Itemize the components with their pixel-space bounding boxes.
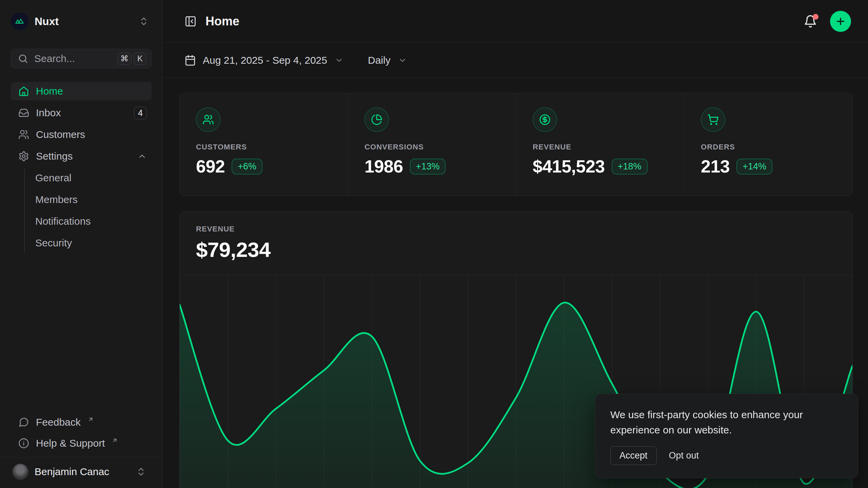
sidebar-item-security[interactable]: Security bbox=[35, 234, 152, 252]
sidebar-item-members[interactable]: Members bbox=[35, 190, 152, 209]
pie-chart-icon bbox=[371, 114, 382, 125]
home-icon bbox=[18, 86, 29, 97]
users-icon bbox=[18, 129, 29, 140]
chevron-down-icon bbox=[335, 56, 343, 65]
workspace-name: Nuxt bbox=[35, 15, 59, 28]
kbd-cmd: ⌘ bbox=[117, 53, 132, 65]
divider bbox=[0, 457, 162, 458]
sidebar-item-settings[interactable]: Settings bbox=[11, 147, 152, 165]
date-range-label: Aug 21, 2025 - Sep 4, 2025 bbox=[203, 55, 327, 66]
stat-card-revenue: REVENUE $415,523 +18% bbox=[516, 93, 684, 196]
header-actions bbox=[804, 11, 851, 32]
stat-card-customers: CUSTOMERS 692 +6% bbox=[180, 93, 348, 196]
sidebar-footer: Feedback Help & Support Benjamin Canac bbox=[11, 413, 152, 488]
stat-label: CONVERSIONS bbox=[364, 143, 500, 151]
revenue-card-value: $79,234 bbox=[196, 238, 836, 262]
sidebar-item-home[interactable]: Home bbox=[11, 82, 152, 100]
external-link-icon bbox=[87, 416, 94, 423]
sidebar-item-label: Home bbox=[36, 86, 63, 96]
user-name: Benjamin Canac bbox=[35, 466, 109, 477]
filter-toolbar: Aug 21, 2025 - Sep 4, 2025 Daily bbox=[163, 43, 868, 78]
granularity-label: Daily bbox=[368, 55, 391, 66]
stat-label: REVENUE bbox=[533, 143, 668, 151]
chevron-down-icon bbox=[398, 56, 407, 65]
shopping-cart-icon bbox=[707, 114, 719, 125]
sidebar-item-label: Inbox bbox=[36, 108, 61, 118]
nuxt-logo-icon bbox=[11, 13, 28, 30]
stat-delta-badge: +14% bbox=[736, 159, 772, 175]
settings-children: General Members Notifications Security bbox=[24, 169, 152, 252]
search-placeholder: Search... bbox=[34, 53, 75, 64]
cookie-banner: We use first-party cookies to enhance yo… bbox=[595, 394, 858, 478]
sidebar-item-notifications[interactable]: Notifications bbox=[35, 212, 152, 230]
sidebar-nav: Home Inbox 4 Customers Settings General … bbox=[11, 82, 152, 252]
cookie-message: We use first-party cookies to enhance yo… bbox=[610, 407, 843, 438]
search-icon bbox=[18, 54, 28, 64]
kbd-k: K bbox=[134, 53, 146, 65]
chevrons-up-down-icon bbox=[136, 467, 146, 477]
avatar bbox=[12, 464, 28, 480]
panel-left-close-icon bbox=[184, 15, 197, 27]
stat-value: 692 bbox=[196, 156, 225, 177]
revenue-card-label: REVENUE bbox=[196, 225, 836, 233]
calendar-icon bbox=[184, 55, 196, 66]
stat-delta-badge: +18% bbox=[612, 159, 648, 175]
stat-label: CUSTOMERS bbox=[196, 143, 332, 151]
notification-dot bbox=[813, 14, 818, 20]
sidebar-item-inbox[interactable]: Inbox 4 bbox=[11, 104, 152, 122]
gear-icon bbox=[18, 151, 29, 162]
accept-cookies-button[interactable]: Accept bbox=[610, 446, 657, 465]
search-shortcut: ⌘ K bbox=[117, 53, 146, 65]
stats-row: CUSTOMERS 692 +6% CONVERSIONS 1986 +13% bbox=[179, 93, 853, 196]
help-support-link[interactable]: Help & Support bbox=[11, 434, 152, 452]
feedback-link[interactable]: Feedback bbox=[11, 413, 152, 431]
page-title: Home bbox=[205, 14, 239, 28]
info-circle-icon bbox=[18, 438, 29, 449]
opt-out-button[interactable]: Opt out bbox=[669, 447, 699, 465]
chevron-up-icon bbox=[137, 151, 147, 161]
feedback-label: Feedback bbox=[36, 416, 81, 428]
chevrons-up-down-icon bbox=[139, 16, 149, 26]
stat-value: $415,523 bbox=[533, 156, 605, 177]
stat-card-conversions: CONVERSIONS 1986 +13% bbox=[348, 93, 516, 196]
workspace-switcher[interactable]: Nuxt bbox=[11, 12, 152, 31]
sidebar-item-general[interactable]: General bbox=[35, 169, 152, 187]
sidebar-item-label: Settings bbox=[36, 151, 73, 161]
date-range-picker[interactable]: Aug 21, 2025 - Sep 4, 2025 bbox=[184, 55, 343, 66]
sidebar-item-customers[interactable]: Customers bbox=[11, 125, 152, 144]
sidebar: Nuxt Search... ⌘ K Home Inbox 4 Customer… bbox=[0, 0, 163, 488]
notifications-button[interactable] bbox=[804, 15, 817, 28]
help-support-label: Help & Support bbox=[36, 438, 105, 449]
stat-value: 1986 bbox=[364, 156, 403, 177]
dollar-circle-icon bbox=[539, 114, 551, 125]
stat-value: 213 bbox=[701, 156, 730, 177]
stat-delta-badge: +6% bbox=[232, 159, 262, 175]
sidebar-item-label: Customers bbox=[36, 129, 85, 140]
granularity-select[interactable]: Daily bbox=[368, 55, 407, 66]
message-bubble-icon bbox=[18, 417, 29, 428]
add-button[interactable] bbox=[830, 11, 851, 32]
inbox-count-badge: 4 bbox=[134, 107, 147, 119]
stat-label: ORDERS bbox=[701, 143, 836, 151]
stat-delta-badge: +13% bbox=[410, 159, 446, 175]
stat-card-orders: ORDERS 213 +14% bbox=[684, 93, 852, 196]
collapse-sidebar-button[interactable] bbox=[184, 15, 197, 27]
plus-icon bbox=[835, 16, 846, 27]
users-icon bbox=[202, 114, 214, 125]
search-input[interactable]: Search... ⌘ K bbox=[11, 49, 152, 68]
page-header: Home bbox=[163, 0, 868, 43]
external-link-icon bbox=[112, 437, 118, 444]
user-menu[interactable]: Benjamin Canac bbox=[11, 461, 152, 483]
inbox-icon bbox=[18, 107, 29, 118]
